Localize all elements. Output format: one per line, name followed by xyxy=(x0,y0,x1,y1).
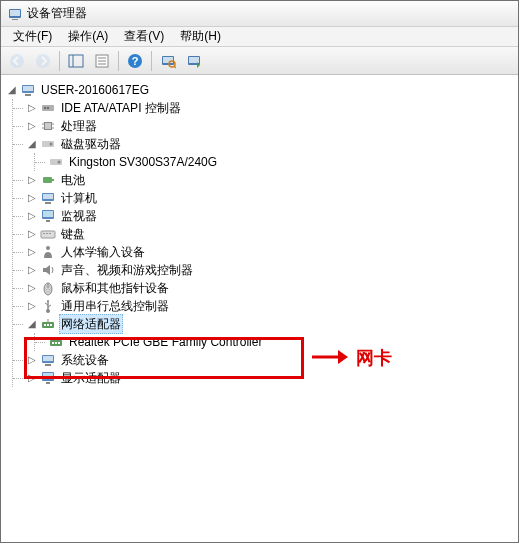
tree-node-computer[interactable]: ▷计算机 xyxy=(13,189,514,207)
usb-icon xyxy=(40,298,56,314)
tree-node-network[interactable]: ◢网络适配器 xyxy=(13,315,514,333)
expand-icon[interactable]: ▷ xyxy=(25,263,39,277)
tree-node-display[interactable]: ▷显示适配器 xyxy=(13,369,514,387)
svg-rect-68 xyxy=(43,373,53,379)
show-hide-console-button[interactable] xyxy=(64,49,88,73)
svg-point-23 xyxy=(44,107,46,109)
collapse-icon[interactable]: ◢ xyxy=(25,137,39,151)
svg-rect-42 xyxy=(46,220,50,222)
svg-rect-39 xyxy=(45,202,51,204)
svg-point-34 xyxy=(58,161,61,164)
expand-icon[interactable]: ▷ xyxy=(25,281,39,295)
back-button xyxy=(5,49,29,73)
tree-root[interactable]: ◢ USER-20160617EG xyxy=(5,81,514,99)
expand-icon[interactable]: ▷ xyxy=(25,101,39,115)
node-label[interactable]: 鼠标和其他指针设备 xyxy=(59,279,171,297)
annotation-arrow xyxy=(310,345,350,369)
toolbar-separator xyxy=(118,51,119,71)
expand-icon[interactable]: ▷ xyxy=(25,371,39,385)
forward-button xyxy=(31,49,55,73)
tree-node-cpu[interactable]: ▷处理器 xyxy=(13,117,514,135)
node-label[interactable]: Realtek PCIe GBE Family Controller xyxy=(67,333,264,351)
tree-node-hid[interactable]: ▷人体学输入设备 xyxy=(13,243,514,261)
node-label[interactable]: 电池 xyxy=(59,171,87,189)
node-label[interactable]: 人体学输入设备 xyxy=(59,243,147,261)
svg-rect-57 xyxy=(47,324,49,326)
expand-icon[interactable]: ▷ xyxy=(25,119,39,133)
menu-action[interactable]: 操作(A) xyxy=(60,26,116,47)
tree-node-disk-child[interactable]: Kingston SV300S37A/240G xyxy=(35,153,514,171)
network-adapter-icon xyxy=(48,334,64,350)
expand-icon[interactable]: ▷ xyxy=(25,173,39,187)
svg-rect-56 xyxy=(44,324,46,326)
svg-text:?: ? xyxy=(132,55,139,67)
app-icon xyxy=(7,6,23,22)
properties-button[interactable] xyxy=(90,49,114,73)
scan-hardware-button[interactable] xyxy=(156,49,180,73)
tree-node-ide[interactable]: ▷IDE ATA/ATAPI 控制器 xyxy=(13,99,514,117)
tree-node-sound[interactable]: ▷声音、视频和游戏控制器 xyxy=(13,261,514,279)
node-label[interactable]: 网络适配器 xyxy=(59,314,123,334)
root-label[interactable]: USER-20160617EG xyxy=(39,81,151,99)
svg-rect-61 xyxy=(52,342,54,344)
node-label[interactable]: 显示适配器 xyxy=(59,369,123,387)
expand-icon[interactable]: ▷ xyxy=(25,299,39,313)
svg-rect-44 xyxy=(43,233,45,234)
toolbar: ? xyxy=(1,47,518,75)
svg-point-47 xyxy=(46,246,50,250)
expand-icon[interactable]: ▷ xyxy=(25,353,39,367)
tree-node-keyboard[interactable]: ▷键盘 xyxy=(13,225,514,243)
node-label[interactable]: 处理器 xyxy=(59,117,99,135)
update-driver-button[interactable] xyxy=(182,49,206,73)
expand-icon[interactable]: ▷ xyxy=(25,227,39,241)
tree-node-mouse[interactable]: ▷鼠标和其他指针设备 xyxy=(13,279,514,297)
window-title: 设备管理器 xyxy=(27,5,87,22)
svg-rect-63 xyxy=(58,342,60,344)
tree-node-monitor[interactable]: ▷监视器 xyxy=(13,207,514,225)
tree-node-network-child[interactable]: Realtek PCIe GBE Family Controller xyxy=(35,333,514,351)
help-button[interactable]: ? xyxy=(123,49,147,73)
tree-node-system[interactable]: ▷系统设备 xyxy=(13,351,514,369)
node-label[interactable]: Kingston SV300S37A/240G xyxy=(67,153,219,171)
node-label[interactable]: 键盘 xyxy=(59,225,87,243)
hid-icon xyxy=(40,244,56,260)
node-label[interactable]: 磁盘驱动器 xyxy=(59,135,123,153)
computer-icon xyxy=(40,190,56,206)
disk-icon xyxy=(40,136,56,152)
node-label[interactable]: 系统设备 xyxy=(59,351,111,369)
svg-line-16 xyxy=(174,66,176,68)
collapse-icon[interactable]: ◢ xyxy=(25,317,39,331)
node-label[interactable]: 通用串行总线控制器 xyxy=(59,297,171,315)
svg-point-54 xyxy=(47,300,49,302)
svg-rect-65 xyxy=(43,356,53,361)
svg-rect-66 xyxy=(45,364,51,366)
expand-icon[interactable]: ▷ xyxy=(25,191,39,205)
svg-rect-21 xyxy=(25,94,31,96)
svg-point-4 xyxy=(36,54,50,68)
node-label[interactable]: IDE ATA/ATAPI 控制器 xyxy=(59,99,183,117)
svg-rect-69 xyxy=(46,382,50,384)
svg-rect-1 xyxy=(10,10,20,16)
svg-rect-5 xyxy=(69,55,83,67)
menu-help[interactable]: 帮助(H) xyxy=(172,26,229,47)
svg-rect-62 xyxy=(55,342,57,344)
system-icon xyxy=(40,352,56,368)
svg-rect-26 xyxy=(45,123,51,129)
node-label[interactable]: 声音、视频和游戏控制器 xyxy=(59,261,195,279)
computer-icon xyxy=(20,82,36,98)
tree-node-usb[interactable]: ▷通用串行总线控制器 xyxy=(13,297,514,315)
collapse-icon[interactable]: ◢ xyxy=(5,83,19,97)
sound-icon xyxy=(40,262,56,278)
expand-icon[interactable]: ▷ xyxy=(25,209,39,223)
monitor-icon xyxy=(40,208,56,224)
node-label[interactable]: 监视器 xyxy=(59,207,99,225)
node-label[interactable]: 计算机 xyxy=(59,189,99,207)
device-tree[interactable]: ◢ USER-20160617EG ▷IDE ATA/ATAPI 控制器 ▷处理… xyxy=(1,75,518,393)
battery-icon xyxy=(40,172,56,188)
tree-node-battery[interactable]: ▷电池 xyxy=(13,171,514,189)
tree-node-disk[interactable]: ◢磁盘驱动器 xyxy=(13,135,514,153)
svg-rect-36 xyxy=(52,179,54,181)
expand-icon[interactable]: ▷ xyxy=(25,245,39,259)
menu-view[interactable]: 查看(V) xyxy=(116,26,172,47)
menu-file[interactable]: 文件(F) xyxy=(5,26,60,47)
